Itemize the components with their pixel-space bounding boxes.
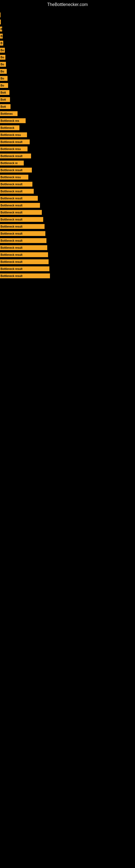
bar-label: Bottleneck result <box>1 211 22 214</box>
bar-row: Bottleneck result <box>0 238 135 244</box>
bar-row: Bottleneck result <box>0 167 135 173</box>
bar: Bottleneck result <box>0 210 42 215</box>
bar-label: Bottleneck result <box>1 275 22 278</box>
bar-row: B <box>0 26 135 32</box>
bar-row: Bottleneck result <box>0 273 135 279</box>
bar-label: Bottleneck result <box>1 239 22 242</box>
bar: Bo <box>0 69 7 74</box>
bar-label: Bottleneck result <box>1 197 22 200</box>
bar-label: Bo <box>1 70 4 73</box>
bar: Bottleneck result <box>0 140 30 144</box>
bar: Bottleneck result <box>0 273 50 278</box>
bar: Bottleneck res <box>0 118 26 123</box>
bar: B <box>0 27 2 31</box>
bar-row: Bottleneck result <box>0 139 135 145</box>
bar-label: Bott <box>1 105 6 108</box>
bar: Bottleneck resu <box>0 175 28 180</box>
bar-row: Bo <box>0 68 135 74</box>
bar-row: Bottleneck result <box>0 209 135 215</box>
bar: Bottlenec <box>0 111 17 116</box>
bar: Bottleneck result <box>0 245 47 250</box>
bar: Bottleneck resu <box>0 132 27 137</box>
bar: B <box>0 41 3 45</box>
bar-label: Bo <box>1 77 4 80</box>
bar-label: Bottleneck resu <box>1 133 21 136</box>
bar-label: Bottleneck result <box>1 190 22 193</box>
bar-row: Bottleneck result <box>0 266 135 272</box>
bar: Bottleneck result <box>0 167 32 173</box>
bar-label: Bott <box>1 91 6 94</box>
bar: Bott <box>0 90 9 95</box>
bar-row: Bottlenec <box>0 111 135 117</box>
bar-label: Bott <box>1 98 6 101</box>
bar-row: Bott <box>0 97 135 102</box>
bar-label: Bo <box>1 49 4 52</box>
bar-label: B <box>1 28 2 31</box>
bar: Bo <box>0 76 8 81</box>
bar: Bottleneck result <box>0 252 48 257</box>
bar: Bottleneck result <box>0 182 32 187</box>
bar-row: Bottleneck resu <box>0 174 135 180</box>
bar-label: Bottleneck result <box>1 218 22 221</box>
bar: Bottleneck result <box>0 154 31 158</box>
bar: Bottleneck result <box>0 224 45 229</box>
bar: Bott <box>0 97 10 102</box>
bar: B <box>0 34 3 38</box>
bar-row: Bottleneck result <box>0 252 135 258</box>
bar-row: B <box>0 33 135 39</box>
bar-row: Bo <box>0 83 135 88</box>
bar-label: Bottleneck resu <box>1 148 21 151</box>
bar: Bo <box>0 62 6 67</box>
bar: Bottleneck result <box>0 217 43 222</box>
bar-row: Bott <box>0 104 135 110</box>
bar-label: Bottleneck result <box>1 246 22 249</box>
bar-label: Bottleneck result <box>1 204 22 207</box>
bar: Bo <box>0 55 5 60</box>
bar: Bottleneck resu <box>0 147 28 151</box>
bar-label: Bottlenec <box>1 112 13 115</box>
bar-row: Bottleneck <box>0 125 135 131</box>
bar-label: Bottleneck result <box>1 169 22 172</box>
bar-label: Bottleneck result <box>1 155 22 158</box>
bar: Bottleneck result <box>0 238 46 243</box>
bar: Bottleneck result <box>0 203 40 208</box>
bar-label: Bottleneck result <box>1 232 22 235</box>
bar-row: Bottleneck resu <box>0 146 135 152</box>
bar <box>0 12 1 18</box>
bar-row: Bott <box>0 90 135 95</box>
bar-row: Bottleneck result <box>0 223 135 229</box>
bars-container: BBBBoBoBoBoBoBoBottBottBottBottlenecBott… <box>0 9 135 283</box>
bar: Bottleneck result <box>0 189 34 194</box>
bar-row: Bo <box>0 61 135 67</box>
bar: Bo <box>0 83 8 88</box>
bar-row: Bo <box>0 47 135 53</box>
bar-row: Bottleneck re <box>0 160 135 166</box>
bar-label: Bottleneck result <box>1 268 22 271</box>
bar-row: Bo <box>0 75 135 82</box>
bar-label: Bottleneck result <box>1 260 22 264</box>
bar-label: Bottleneck <box>1 126 14 129</box>
bar-label: Bo <box>1 84 4 87</box>
bar: Bott <box>0 104 10 109</box>
bar-row <box>0 19 135 25</box>
bar-row: Bo <box>0 54 135 60</box>
bar <box>0 20 1 24</box>
bar-label: Bottleneck result <box>1 225 22 228</box>
bar-row: B <box>0 40 135 46</box>
bar: Bottleneck result <box>0 231 45 236</box>
bar-label: Bo <box>1 63 4 66</box>
bar-row: Bottleneck result <box>0 195 135 201</box>
bar-row: Bottleneck result <box>0 188 135 194</box>
bar: Bo <box>0 48 5 53</box>
bar-row: Bottleneck result <box>0 245 135 251</box>
bar: Bottleneck result <box>0 259 49 264</box>
bar-label: Bottleneck result <box>1 183 22 186</box>
bar-row: Bottleneck result <box>0 181 135 187</box>
bar-label: Bottleneck res <box>1 119 19 122</box>
bar-row: Bottleneck result <box>0 203 135 208</box>
bar-label: Bottleneck result <box>1 253 22 256</box>
bar-label: Bottleneck result <box>1 141 22 144</box>
bar-label: Bottleneck resu <box>1 176 21 179</box>
bar: Bottleneck result <box>0 267 49 271</box>
bar-row: Bottleneck result <box>0 216 135 222</box>
